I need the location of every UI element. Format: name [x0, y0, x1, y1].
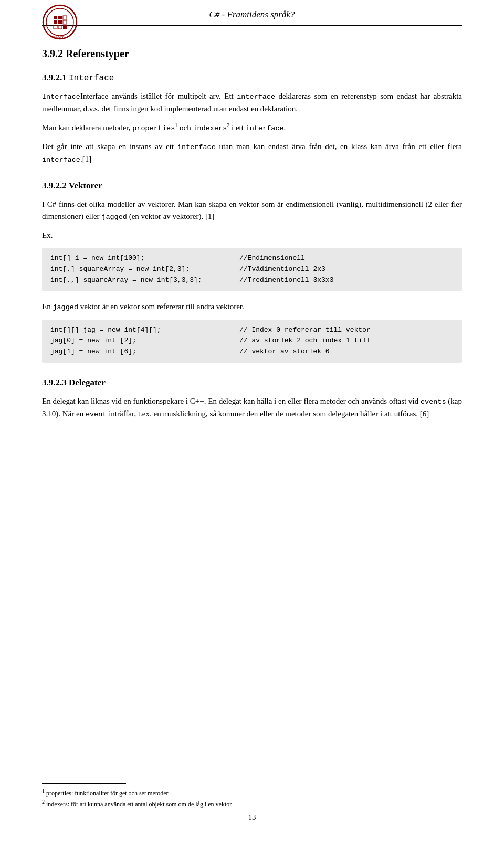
code-left-2: int[,] squareArray = new int[2,3]; [50, 264, 218, 275]
code-right-6: // vektor av storlek 6 [239, 346, 330, 357]
svg-rect-2 [54, 16, 57, 19]
jagged-keyword-1: jagged [101, 213, 127, 221]
code-line-2: int[,] squareArray = new int[2,3]; //Två… [50, 264, 454, 275]
code-left-6: jag[1] = new int [6]; [50, 346, 218, 357]
footnote-1-sup: 1 [42, 788, 45, 794]
code-right-5: // av storlek 2 och index 1 till [239, 335, 371, 346]
code-line-6: jag[1] = new int [6]; // vektor av storl… [50, 346, 454, 357]
section-3922-para1: I C# finns det olika modeller av vektore… [42, 198, 462, 223]
section-3923-heading: 3.9.2.3 Delegater [42, 377, 462, 388]
section-3921-para2: Man kan deklarera metoder, properties1 o… [42, 121, 462, 134]
svg-rect-5 [58, 20, 62, 24]
code-left-5: jag[0] = new int [2]; [50, 335, 218, 346]
code-line-4: int[][] jag = new int[4][]; // Index 0 r… [50, 325, 454, 336]
section-3921-para1: InterfaceInterface används istället för … [42, 90, 462, 115]
interface-keyword-4: interface [177, 143, 216, 151]
header: BLEKINGE C# - Framtidens språk? [42, 0, 462, 26]
interface-keyword-2: interface [237, 93, 275, 101]
footnote-2: 2 indexers: för att kunna använda ett an… [42, 798, 462, 809]
code-left-1: int[] i = new int[100]; [50, 253, 218, 264]
section-3922-para2: En jagged vektor är en vektor som refere… [42, 301, 462, 313]
code-right-3: //Tredimentionell 3x3x3 [239, 275, 333, 286]
code-line-1: int[] i = new int[100]; //Endimensionell [50, 253, 454, 264]
code-right-1: //Endimensionell [239, 253, 305, 264]
interface-keyword-5: interface [42, 156, 80, 164]
code-right-2: //Tvådimentionell 2x3 [239, 264, 326, 275]
section-392-heading: 3.9.2 Referenstyper [42, 48, 462, 60]
page-number: 13 [42, 813, 462, 822]
properties-keyword: properties [132, 124, 175, 132]
section-3921-heading: 3.9.2.1 Interface [42, 72, 462, 83]
footnote-1-text: properties: funktionalitet för get och s… [46, 789, 169, 797]
header-title: C# - Framtidens språk? [209, 9, 295, 20]
ex-label: Ex. [42, 229, 462, 241]
events-keyword-1: events [421, 398, 446, 406]
code-left-4: int[][] jag = new int[4][]; [50, 325, 218, 336]
footer: 1 properties: funktionalitet för get och… [0, 783, 504, 822]
section-3921-para3: Det går inte att skapa en instans av ett… [42, 141, 462, 166]
code-line-5: jag[0] = new int [2]; // av storlek 2 oc… [50, 335, 454, 346]
code-block-1: int[] i = new int[100]; //Endimensionell… [42, 248, 462, 291]
footnote-2-sup: 2 [42, 799, 45, 805]
logo: BLEKINGE [42, 4, 80, 42]
content: 3.9.2 Referenstyper 3.9.2.1 Interface In… [42, 26, 462, 420]
code-left-3: int[,,] squareArray = new int[3,3,3]; [50, 275, 218, 286]
section-3923-para1: En delegat kan liknas vid en funktionspe… [42, 395, 462, 420]
jagged-keyword-2: jagged [52, 303, 78, 311]
footnote-divider [42, 783, 126, 784]
interface-keyword-3: interface [246, 124, 284, 132]
footnote-1: 1 properties: funktionalitet för get och… [42, 787, 462, 798]
code-line-3: int[,,] squareArray = new int[3,3,3]; //… [50, 275, 454, 286]
interface-keyword-1: Interface [42, 93, 80, 101]
indexers-keyword: indexers [193, 124, 227, 132]
code-right-4: // Index 0 refererar till vektor [239, 325, 371, 336]
svg-text:BLEKINGE: BLEKINGE [52, 35, 68, 38]
svg-rect-8 [54, 25, 57, 29]
code-block-2: int[][] jag = new int[4][]; // Index 0 r… [42, 320, 462, 363]
svg-rect-7 [63, 20, 67, 24]
page: BLEKINGE C# - Framtidens språk? 3.9.2 Re… [0, 0, 504, 843]
svg-rect-9 [58, 25, 62, 29]
svg-rect-10 [63, 25, 67, 29]
svg-rect-3 [58, 16, 62, 19]
footnote-2-text: indexers: för att kunna använda ett anta… [46, 800, 232, 808]
event-keyword-2: event [86, 410, 107, 418]
svg-rect-6 [63, 16, 67, 19]
svg-rect-4 [54, 20, 57, 24]
section-3922-heading: 3.9.2.2 Vektorer [42, 181, 462, 191]
